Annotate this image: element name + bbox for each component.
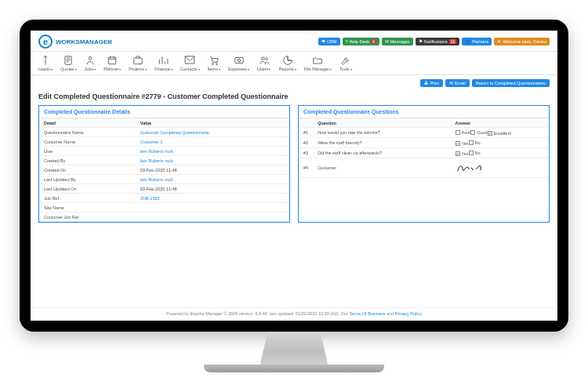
tool-users[interactable]: Users▾ (257, 55, 270, 71)
tool-file-manager[interactable]: File Manager▾ (304, 55, 332, 71)
main-toolbar: Leads▾ Quotes▾ Jobs▾ Planner▾ Projects▾ … (31, 52, 557, 75)
checkbox-icon: ✓ (456, 151, 460, 156)
detail-label: Customer Job Ref (39, 212, 136, 222)
tool-leads[interactable]: Leads▾ (38, 55, 53, 71)
tool-quotes[interactable]: Quotes▾ (60, 55, 77, 71)
answer-cell: ✓YesNo (451, 148, 549, 158)
return-button[interactable]: Return to Completed Questionnaires (472, 79, 550, 87)
page-actions: 🖶 Print ✉ Email Return to Completed Ques… (31, 75, 557, 91)
detail-value[interactable]: Iain Roberts mob (136, 147, 289, 156)
header-badges: ❤ CRM ? Help Desk 4 ✉ Messages ⚑ Notific… (318, 38, 550, 45)
checkbox-option[interactable]: No (469, 151, 481, 155)
checkbox-option[interactable]: Poor (456, 130, 471, 135)
checkbox-option[interactable]: ✓Yes (456, 151, 469, 156)
question-row: #1How would you rate the service?PoorGoo… (299, 128, 549, 138)
checkbox-option[interactable]: No (469, 140, 481, 145)
brand-logo[interactable]: e WORKSMANAGER (38, 34, 112, 49)
questions-table: Question Answer #1How would you rate the… (299, 118, 549, 178)
col-question: Question (313, 118, 450, 128)
table-row: Created On03-Feb-2020 11:48 (39, 165, 289, 175)
checkbox-option[interactable]: ✓Excellent (488, 131, 511, 136)
table-row: Customer NameCustomer 1 (39, 137, 289, 147)
footer-text: Powered by Eworks Manager © 2020 version… (166, 311, 349, 316)
tool-planner[interactable]: Planner▾ (103, 55, 121, 71)
question-text: Customer (313, 158, 450, 178)
table-row: Job RefJOB-1365 (39, 194, 289, 203)
detail-value: 03-Feb-2020 11:48 (136, 184, 289, 194)
svg-point-5 (216, 64, 217, 65)
checkbox-label: Yes (462, 141, 469, 146)
details-heading: Completed Questionnaire Details (39, 106, 289, 118)
detail-value[interactable]: JOB-1365 (136, 194, 289, 203)
screen-bezel: e WORKSMANAGER ❤ CRM ? Help Desk 4 ✉ Mes… (20, 20, 568, 332)
checkbox-icon: ✓ (488, 131, 492, 136)
detail-label: Created By (39, 156, 136, 165)
tool-expenses[interactable]: Expenses▾ (228, 55, 249, 71)
detail-label: Questionnaire Name (39, 128, 136, 137)
question-num: #2 (299, 138, 313, 148)
print-button[interactable]: 🖶 Print (420, 79, 443, 87)
svg-point-1 (89, 56, 92, 60)
footer: Powered by Eworks Manager © 2020 version… (31, 307, 557, 316)
question-row: #3Did the staff clean up afterwards?✓Yes… (299, 148, 549, 158)
detail-label: Created On (39, 165, 136, 175)
detail-value: 03-Feb-2020 11:48 (136, 165, 289, 175)
tool-jobs[interactable]: Jobs▾ (85, 55, 96, 71)
partners-badge[interactable]: 👤 Partners (462, 38, 492, 45)
questions-panel: Completed Questionnaire Questions Questi… (298, 105, 550, 223)
question-text: Were the staff friendly? (313, 138, 450, 148)
questions-heading: Completed Questionnaire Questions (299, 106, 549, 118)
table-row: Created ByIain Roberts mob (39, 156, 289, 165)
detail-label: Site Name (39, 203, 136, 212)
terms-link[interactable]: Terms Of Business (349, 311, 385, 316)
details-table: Detail Value Questionnaire NameCustomer … (39, 118, 289, 222)
question-num: #3 (299, 148, 313, 158)
detail-value[interactable]: Customer Completed Questionnaire (136, 128, 289, 137)
svg-rect-0 (65, 56, 71, 65)
col-answer: Answer (451, 118, 549, 128)
detail-value (136, 212, 289, 222)
detail-value (136, 203, 289, 212)
checkbox-option[interactable]: Good (470, 130, 487, 135)
checkbox-label: Yes (462, 151, 469, 156)
tool-finance[interactable]: Finance▾ (154, 55, 172, 71)
detail-value[interactable]: Customer 1 (136, 137, 289, 147)
checkbox-icon (470, 130, 475, 135)
details-panel: Completed Questionnaire Details Detail V… (38, 105, 290, 223)
table-row: Questionnaire NameCustomer Completed Que… (39, 128, 289, 137)
tool-items[interactable]: Items▾ (208, 55, 220, 71)
table-row: Customer Job Ref (39, 212, 289, 222)
brand-name: WORKSMANAGER (56, 38, 112, 45)
app-header: e WORKSMANAGER ❤ CRM ? Help Desk 4 ✉ Mes… (31, 31, 557, 52)
detail-value[interactable]: Iain Roberts mob (136, 175, 289, 184)
checkbox-icon (456, 130, 460, 135)
detail-value[interactable]: Iain Roberts mob (136, 156, 289, 165)
checkbox-label: Excellent (494, 131, 511, 136)
crm-badge[interactable]: ❤ CRM (318, 38, 340, 45)
helpdesk-badge[interactable]: ? Help Desk 4 (343, 38, 379, 45)
detail-label: Last Updated On (39, 184, 136, 194)
tool-projects[interactable]: Projects▾ (129, 55, 147, 71)
col-value: Value (136, 118, 289, 128)
messages-badge[interactable]: ✉ Messages (382, 38, 413, 45)
logo-icon: e (38, 34, 53, 49)
app-screen: e WORKSMANAGER ❤ CRM ? Help Desk 4 ✉ Mes… (31, 31, 557, 321)
email-button[interactable]: ✉ Email (445, 79, 470, 87)
page-title: Edit Completed Questionnaire #2779 - Cus… (31, 91, 557, 105)
question-text: Did the staff clean up afterwards? (313, 148, 450, 158)
question-row: #2Were the staff friendly?✓YesNo (299, 138, 549, 148)
welcome-badge[interactable]: ✦ Welcome back, Darren (494, 38, 550, 45)
table-row: Site Name (39, 203, 289, 212)
checkbox-icon: ✓ (456, 141, 460, 146)
tool-reports[interactable]: Reports▾ (278, 55, 296, 71)
detail-label: User (39, 147, 136, 156)
monitor-frame: e WORKSMANAGER ❤ CRM ? Help Desk 4 ✉ Mes… (20, 20, 568, 372)
privacy-link[interactable]: Privacy Policy (395, 311, 422, 316)
tool-contacts[interactable]: Contacts▾ (180, 55, 200, 71)
notifications-badge[interactable]: ⚑ Notifications 11 (416, 38, 460, 45)
tool-tools[interactable]: Tools▾ (339, 55, 352, 71)
checkbox-option[interactable]: ✓Yes (456, 141, 469, 146)
svg-point-7 (238, 59, 241, 62)
col-qnum (299, 118, 313, 128)
checkbox-icon (469, 140, 474, 145)
